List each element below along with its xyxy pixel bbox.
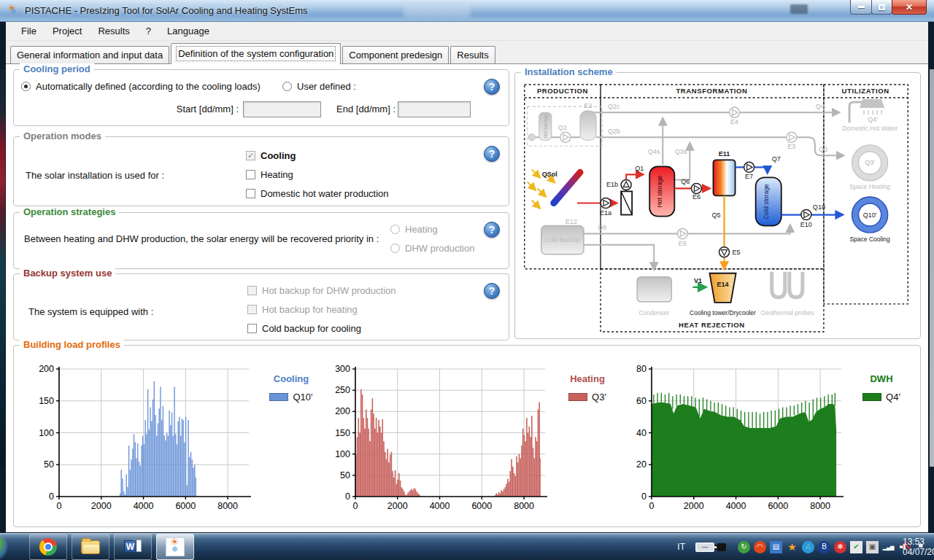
start-button[interactable] [0, 534, 6, 559]
clock-date: 04/07/20 [903, 547, 934, 557]
panel-operation-strategies-title: Operation strategies [20, 206, 119, 217]
e14-label: E14 [717, 281, 728, 288]
checkbox-hot-backup-for-heating: Hot backup for heating [247, 303, 396, 316]
cold-storage-label: Cold storage [763, 184, 770, 219]
security-check-icon[interactable]: ✔ [850, 541, 862, 553]
heating-legend-title: Heating [552, 373, 622, 384]
taskbar-app-pistache[interactable]: ☀❄ [156, 534, 194, 560]
menu-results[interactable]: Results [90, 23, 137, 39]
panel-cooling-period: Cooling period Automatically defined (ac… [13, 69, 509, 126]
menu-project[interactable]: Project [45, 23, 90, 39]
close-button[interactable]: ✕ [892, 0, 927, 15]
help-cooling-period-button[interactable]: ? [484, 79, 500, 95]
pump-e1b-icon [621, 179, 631, 190]
tab-label: Definition of the system configuration [178, 48, 333, 59]
client-area: Cooling period Automatically defined (ac… [6, 63, 928, 532]
radio-label: User defined : [297, 81, 356, 92]
tab-component-predesign[interactable]: Component predesign [342, 46, 449, 64]
radio-automatically-defined-according-to-the-cooling-loads-control[interactable] [21, 82, 31, 91]
hot-backup-group: Hot backup Q2 E2 [528, 102, 602, 146]
menu-language[interactable]: Language [159, 23, 217, 39]
taskbar-app-word[interactable]: W [114, 534, 152, 560]
space-heating-group: Q3' Space Heating [849, 145, 890, 191]
help-operation-strategies-button[interactable]: ? [484, 222, 500, 238]
battery-icon[interactable]: --- [695, 542, 714, 552]
checkbox-heating[interactable]: Heating [246, 168, 389, 181]
q4-prime-label: Q4' [868, 116, 878, 123]
radio-dhw-production: DHW production [390, 241, 474, 254]
svg-text:200: 200 [39, 364, 54, 374]
pistache-window: ☀❄ PISTACHE - PresIzing Tool for SolAr C… [0, 0, 934, 532]
svg-text:0: 0 [57, 501, 62, 511]
close-icon: ✕ [906, 3, 913, 12]
messenger-icon[interactable]: ∴ [802, 541, 814, 553]
svg-text:100: 100 [335, 449, 350, 459]
checkbox-cold-backup-for-cooling-control[interactable] [247, 324, 257, 333]
end-date-label: End [dd/mm] : [326, 104, 395, 114]
taskbar: W☀❄ IT --- ↻◠▤★∴B❄✔▣▂▄▆⚑ 13:53 04/07/20 [0, 532, 934, 560]
tab-label: Results [457, 50, 488, 61]
minimize-icon [858, 6, 865, 8]
section-production-label: PRODUCTION [537, 87, 588, 95]
tab-definition-of-the-system-configuration[interactable]: Definition of the system configuration [171, 43, 341, 64]
antivirus-icon[interactable]: ◠ [754, 541, 766, 553]
menu-file[interactable]: File [13, 23, 45, 39]
help-operation-modes-button[interactable]: ? [484, 146, 500, 162]
checkbox-label: Cold backup for cooling [262, 323, 361, 334]
svg-text:20: 20 [636, 459, 647, 470]
maximize-button[interactable] [871, 0, 892, 15]
taskbar-app-file-explorer[interactable] [72, 534, 109, 560]
taskbar-clock[interactable]: 13:53 04/07/20 [903, 537, 934, 557]
condenser-label: Condenser [638, 309, 669, 316]
checkbox-label: Cooling [260, 150, 296, 161]
display-settings-icon[interactable]: ▤ [770, 541, 782, 553]
pump-e4-icon [730, 107, 740, 117]
clipboard-icon[interactable]: ▣ [866, 541, 879, 553]
minimize-button[interactable] [850, 0, 872, 15]
svg-text:50: 50 [340, 470, 350, 481]
q10-label: Q10 [813, 203, 825, 211]
checkbox-heating-control[interactable] [246, 170, 255, 179]
space-heating-label: Space Heating [849, 183, 890, 190]
checkbox-domestic-hot-water-production[interactable]: Domestic hot water production [246, 187, 389, 200]
network-signal-icon[interactable]: ▂▄▆ [882, 541, 895, 553]
snowflake-app-icon[interactable]: ❄ [834, 541, 846, 553]
panel-load-profiles: Building load profiles 02000400060008000… [13, 345, 921, 527]
bluetooth-icon[interactable]: B [818, 541, 830, 553]
checkbox-cold-backup-for-cooling[interactable]: Cold backup for cooling [247, 322, 396, 335]
condenser-icon [637, 277, 671, 302]
radio-user-defined[interactable]: User defined : [282, 79, 356, 93]
updater-icon[interactable]: ↻ [738, 541, 750, 553]
tab-general-information-and-input-data[interactable]: General information and input data [10, 46, 169, 64]
taskbar-app-chrome[interactable] [29, 534, 67, 560]
help-backup-button[interactable]: ? [484, 283, 500, 299]
checkbox-cooling-control: ✓ [246, 151, 255, 160]
radio-automatically-defined-according-to-the-cooling-loads[interactable]: Automatically defined (according to the … [21, 79, 260, 93]
system-tray: IT --- ↻◠▤★∴B❄✔▣▂▄▆⚑ [677, 533, 934, 560]
tabbar: General information and input dataDefini… [6, 41, 928, 63]
menu-help[interactable]: ? [138, 23, 159, 39]
hot-storage-label: Hot storage [656, 175, 663, 207]
heating-chart: 02000400060008000050100150200250300 [326, 362, 552, 517]
tab-results[interactable]: Results [450, 46, 495, 64]
tab-label: General information and input data [17, 50, 163, 61]
geothermal-probes-icon [772, 272, 785, 298]
cooling-chart-block: 02000400060008000050100150200 Cooling Q1… [30, 362, 326, 517]
q2-label: Q2 [558, 124, 567, 131]
chrome-icon [39, 538, 57, 556]
heating-legend: Heating Q3' [552, 362, 622, 517]
svg-text:2000: 2000 [387, 501, 408, 511]
space-cooling-group: Q10' Space Cooling [849, 197, 890, 243]
language-indicator[interactable]: IT [677, 542, 685, 552]
svg-text:4000: 4000 [134, 501, 154, 511]
checkbox-domestic-hot-water-production-control[interactable] [246, 189, 255, 198]
svg-text:4000: 4000 [726, 501, 746, 511]
radio-heating-control [390, 225, 400, 234]
favorites-star-icon[interactable]: ★ [786, 541, 798, 553]
panel-load-profiles-title: Building load profiles [20, 339, 124, 350]
v1-label: V1 [694, 277, 702, 284]
radio-dhw-production-control [390, 244, 400, 253]
pump-e1a-icon [601, 198, 611, 208]
radio-user-defined-control[interactable] [282, 82, 292, 91]
installation-scheme-diagram: PRODUCTION TRANSFORMATION UTILIZATION HE… [520, 79, 916, 335]
